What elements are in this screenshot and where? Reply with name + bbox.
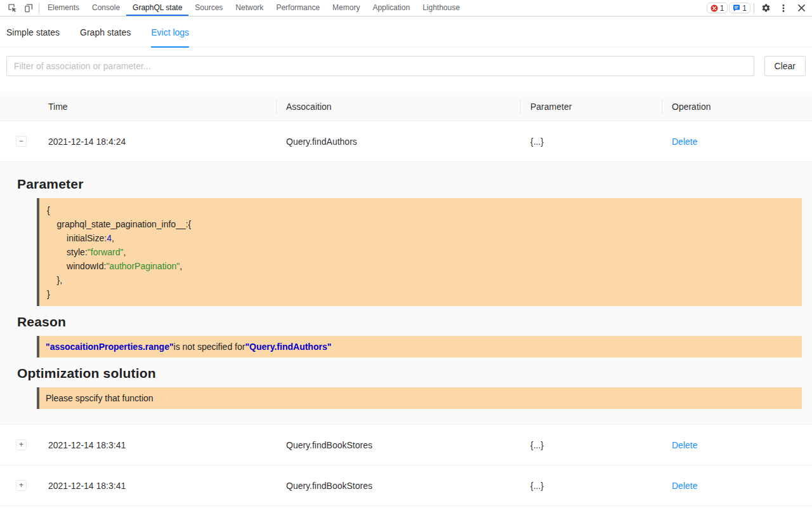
- row-parameter: {...}: [520, 137, 662, 147]
- devtools-tabs: Elements Console GraphQL state Sources N…: [41, 0, 466, 16]
- device-toolbar-icon[interactable]: [20, 0, 37, 16]
- optimization-text: Please spscify that function: [46, 393, 154, 403]
- issues-count: 1: [742, 4, 747, 13]
- filter-input[interactable]: [6, 56, 754, 76]
- graphql-state-panel: Simple states Graph states Evict logs Cl…: [0, 17, 812, 506]
- evict-log-detail: Parameter { graphql_state_pagination_inf…: [0, 162, 812, 425]
- row-association: Query.findBookStores: [276, 440, 520, 450]
- message-icon: [733, 4, 740, 12]
- tab-graph-states[interactable]: Graph states: [80, 19, 131, 48]
- filter-row: Clear: [0, 48, 812, 84]
- settings-gear-icon[interactable]: [757, 0, 774, 16]
- tab-evict-logs[interactable]: Evict logs: [151, 19, 189, 48]
- table-row: − 2021-12-14 18:4:24 Query.findAuthors {…: [0, 121, 812, 162]
- expand-cell: −: [0, 136, 38, 147]
- devtools-tab-console[interactable]: Console: [86, 0, 126, 16]
- header-time: Time: [38, 92, 276, 121]
- devtools-toolbar-left: [0, 0, 41, 16]
- more-options-icon[interactable]: [775, 0, 792, 16]
- error-icon: [710, 4, 718, 12]
- reason-block: "assocaitionProperties.range"is not spec…: [37, 336, 802, 358]
- header-parameter: Parameter: [520, 92, 662, 121]
- devtools-toolbar: Elements Console GraphQL state Sources N…: [0, 0, 812, 17]
- row-association: Query.findBookStores: [276, 481, 520, 491]
- inspect-element-icon[interactable]: [4, 0, 20, 16]
- row-time: 2021-12-14 18:3:41: [38, 481, 276, 491]
- toolbar-divider: [754, 3, 754, 13]
- row-time: 2021-12-14 18:3:41: [38, 440, 276, 450]
- collapse-row-button[interactable]: −: [16, 136, 27, 147]
- parameter-code-block: { graphql_state_pagination_info__:{ init…: [37, 198, 802, 306]
- table-row: + 2021-12-14 18:3:41 Query.findBookStore…: [0, 465, 812, 506]
- devtools-tab-network[interactable]: Network: [229, 0, 270, 16]
- tab-simple-states[interactable]: Simple states: [6, 19, 60, 48]
- table-header: Time Assocaition Parameter Operation: [0, 92, 812, 121]
- reason-heading: Reason: [17, 314, 812, 330]
- code-string: "forward": [88, 247, 124, 257]
- clear-button[interactable]: Clear: [764, 56, 806, 76]
- row-parameter: {...}: [520, 440, 662, 450]
- parameter-heading: Parameter: [17, 177, 812, 192]
- expand-row-button[interactable]: +: [16, 480, 27, 491]
- error-count: 1: [720, 4, 724, 13]
- devtools-tab-graphql-state[interactable]: GraphQL state: [126, 0, 188, 16]
- issues-count-badge[interactable]: 1: [729, 3, 750, 13]
- devtools-tab-elements[interactable]: Elements: [41, 0, 86, 16]
- reason-text: is not specified for: [174, 342, 246, 352]
- header-expand-spacer: [0, 92, 38, 121]
- error-count-badge[interactable]: 1: [707, 3, 728, 13]
- toolbar-divider: [39, 3, 39, 13]
- devtools-toolbar-right: 1 1: [707, 0, 812, 16]
- code-number: 4: [107, 233, 112, 243]
- expand-row-button[interactable]: +: [16, 439, 27, 450]
- devtools-tab-memory[interactable]: Memory: [326, 0, 366, 16]
- code-string: "authorPagination": [106, 261, 180, 271]
- delete-link[interactable]: Delete: [672, 440, 697, 450]
- header-operation: Operation: [662, 92, 812, 121]
- expand-cell: +: [0, 439, 38, 450]
- delete-link[interactable]: Delete: [672, 137, 697, 147]
- optimization-block: Please spscify that function: [37, 387, 802, 409]
- optimization-heading: Optimization solution: [17, 366, 812, 381]
- table-row: + 2021-12-14 18:3:41 Query.findBookStore…: [0, 425, 812, 465]
- code-segment: { graphql_state_pagination_info__:{ init…: [47, 205, 191, 243]
- devtools-tab-performance[interactable]: Performance: [270, 0, 326, 16]
- devtools-tab-sources[interactable]: Sources: [188, 0, 229, 16]
- row-parameter: {...}: [520, 481, 662, 491]
- devtools-tab-application[interactable]: Application: [366, 0, 416, 16]
- panel-subtabs: Simple states Graph states Evict logs: [0, 17, 812, 48]
- row-association: Query.findAuthors: [276, 137, 520, 147]
- delete-link[interactable]: Delete: [672, 481, 697, 491]
- expand-cell: +: [0, 480, 38, 491]
- devtools-tab-lighthouse[interactable]: Lighthouse: [416, 0, 466, 16]
- reason-query-ref: "Query.findAuthors": [245, 342, 331, 352]
- close-icon[interactable]: [793, 0, 809, 16]
- reason-association-ref: "assocaitionProperties.range": [46, 342, 174, 352]
- header-association: Assocaition: [276, 92, 520, 121]
- row-time: 2021-12-14 18:4:24: [38, 137, 276, 147]
